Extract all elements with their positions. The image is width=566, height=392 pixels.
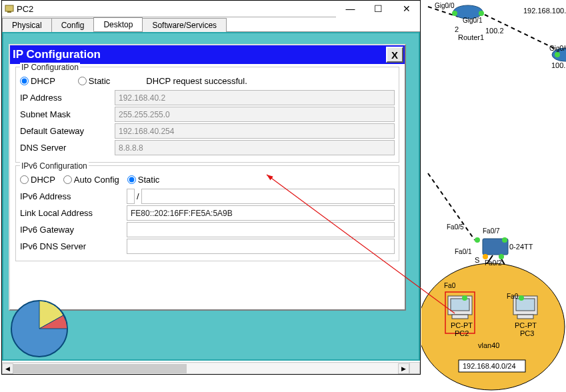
svg-text:Router1: Router1 <box>458 33 484 41</box>
ip-config-window: IP Configuration X IP Configuration DHCP… <box>9 44 406 311</box>
ip-address-label: IP Address <box>20 93 115 103</box>
ip-config-titlebar[interactable]: IP Configuration X <box>10 45 405 64</box>
scroll-track[interactable] <box>13 363 398 374</box>
ipv4-legend: IP Configuration <box>20 63 80 72</box>
ipv6-static-radio-label[interactable]: Static <box>127 175 160 185</box>
svg-text:PC2: PC2 <box>455 329 469 337</box>
svg-point-10 <box>452 11 457 16</box>
svg-point-26 <box>499 254 504 259</box>
dhcp-status: DHCP request successful. <box>146 76 247 86</box>
ipv6-legend: IPv6 Configuration <box>20 161 89 171</box>
svg-text:Gig0/1: Gig0/1 <box>463 17 483 24</box>
svg-text:PC3: PC3 <box>520 329 534 337</box>
tab-desktop[interactable]: Desktop <box>93 17 143 31</box>
svg-point-11 <box>479 11 484 16</box>
ipv6-auto-radio[interactable] <box>63 175 72 184</box>
maximize-button[interactable]: ☐ <box>364 1 392 17</box>
ip-address-input[interactable] <box>115 90 395 105</box>
svg-point-19 <box>555 52 560 57</box>
svg-point-36 <box>462 295 467 301</box>
ipv4-fieldset: IP Configuration DHCP Static DHCP reques… <box>15 67 399 163</box>
subnet-label: Subnet Mask <box>20 109 115 119</box>
dhcp-radio[interactable] <box>20 77 29 85</box>
subnet-input[interactable] <box>115 107 395 122</box>
svg-rect-34 <box>451 299 469 311</box>
svg-text:Fa0/5: Fa0/5 <box>447 223 464 231</box>
svg-rect-43 <box>517 315 533 319</box>
network-topology[interactable]: Gig0/0 Gig0/1 2 Router1 100.2 192.168.10… <box>421 0 566 392</box>
svg-text:Fa0/1: Fa0/1 <box>455 248 472 255</box>
pc2-window: PC2 — ☐ ✕ Physical Config Desktop Softwa… <box>1 0 421 375</box>
svg-text:PC-PT: PC-PT <box>515 321 537 329</box>
tabs: Physical Config Desktop Software/Service… <box>2 17 420 32</box>
dhcp-radio-label[interactable]: DHCP <box>20 76 55 86</box>
svg-point-44 <box>519 295 524 301</box>
svg-text:100.2: 100.2 <box>485 27 504 35</box>
scroll-right-button[interactable]: ▶ <box>398 363 409 374</box>
svg-rect-42 <box>516 299 535 311</box>
window-title: PC2 <box>17 4 336 14</box>
ipv6-prefix-input[interactable] <box>141 189 395 204</box>
close-button[interactable]: ✕ <box>392 1 420 17</box>
ipv6-dhcp-radio-label[interactable]: DHCP <box>20 175 55 185</box>
svg-text:PC-PT: PC-PT <box>451 321 473 329</box>
svg-text:Fa0: Fa0 <box>507 293 519 300</box>
svg-text:Gig0/0: Gig0/0 <box>549 45 566 52</box>
svg-text:100.1: 100.1 <box>551 61 566 69</box>
svg-text:Fa0: Fa0 <box>444 282 456 289</box>
gateway-input[interactable] <box>115 123 395 139</box>
horizontal-scrollbar[interactable]: ◀ ▶ <box>2 362 409 374</box>
svg-text:2: 2 <box>455 25 459 33</box>
svg-text:vlan40: vlan40 <box>478 341 499 349</box>
scroll-thumb[interactable] <box>13 364 187 373</box>
app-icon <box>2 4 17 13</box>
link-local-input[interactable] <box>127 205 395 221</box>
svg-text:Fa0/7: Fa0/7 <box>483 227 500 235</box>
ipv6-gateway-input[interactable] <box>127 222 395 237</box>
dns-label: DNS Server <box>20 143 115 153</box>
svg-text:Gig0/0: Gig0/0 <box>435 2 455 9</box>
window-titlebar[interactable]: PC2 — ☐ ✕ <box>2 1 420 17</box>
svg-point-23 <box>475 237 480 243</box>
ipv6-fieldset: IPv6 Configuration DHCP Auto Config Stat… <box>15 165 399 261</box>
ipv6-addr-label: IPv6 Address <box>20 191 127 201</box>
desktop-area: IP Configuration X IP Configuration DHCP… <box>2 32 420 361</box>
static-radio[interactable] <box>78 77 87 85</box>
ipv6-dhcp-radio[interactable] <box>20 175 29 184</box>
svg-text:Fa0/2: Fa0/2 <box>485 259 502 267</box>
link-local-label: Link Local Address <box>20 208 127 218</box>
ip-config-close-button[interactable]: X <box>386 47 403 63</box>
tab-physical[interactable]: Physical <box>2 18 52 32</box>
svg-text:192.168.100.0: 192.168.100.0 <box>523 7 566 15</box>
scroll-left-button[interactable]: ◀ <box>2 363 13 374</box>
ipv6-dns-input[interactable] <box>127 239 395 254</box>
ipv6-dns-label: IPv6 DNS Server <box>20 241 127 251</box>
svg-point-25 <box>483 254 488 259</box>
tab-config[interactable]: Config <box>51 18 95 32</box>
minimize-button[interactable]: — <box>336 1 364 17</box>
svg-text:0-24TT: 0-24TT <box>509 243 533 251</box>
gateway-label: Default Gateway <box>20 126 115 136</box>
static-radio-label[interactable]: Static <box>78 76 111 86</box>
svg-rect-0 <box>5 5 13 11</box>
ipv6-auto-radio-label[interactable]: Auto Config <box>63 175 119 185</box>
svg-rect-35 <box>452 315 468 319</box>
dns-input[interactable] <box>115 140 395 155</box>
ipv6-gateway-label: IPv6 Gateway <box>20 225 127 235</box>
ip-config-title: IP Configuration <box>13 48 386 61</box>
ipv6-static-radio[interactable] <box>127 175 136 184</box>
switch-device[interactable] <box>475 237 508 259</box>
svg-text:S: S <box>475 256 479 264</box>
tab-software-services[interactable]: Software/Services <box>142 18 227 32</box>
scroll-corner <box>409 362 420 374</box>
svg-point-24 <box>502 237 507 243</box>
svg-rect-1 <box>7 11 11 13</box>
ipv6-addr-input[interactable] <box>127 189 135 204</box>
pie-chart-icon[interactable] <box>10 299 69 358</box>
svg-text:192.168.40.0/24: 192.168.40.0/24 <box>463 362 516 370</box>
